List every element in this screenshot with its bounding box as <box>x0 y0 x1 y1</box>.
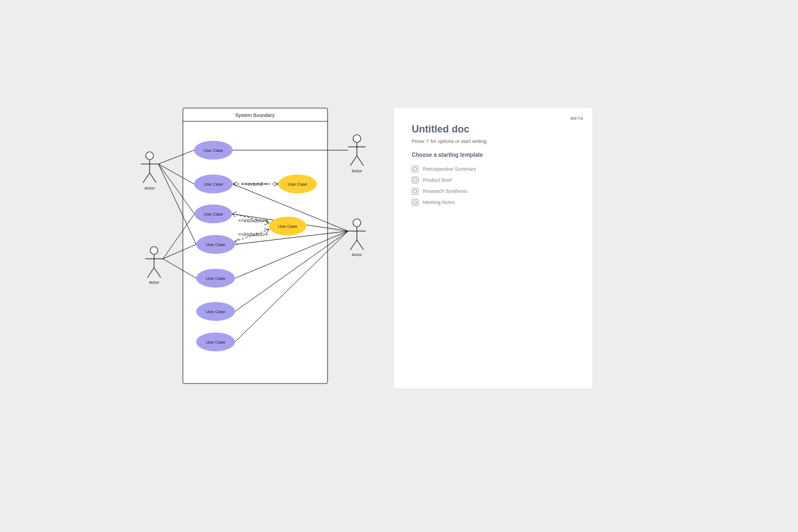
actor-4-label: Actor <box>352 252 362 257</box>
system-boundary-title: System Boundary <box>235 112 275 118</box>
svg-point-16 <box>353 219 361 227</box>
actor-4[interactable]: Actor <box>348 219 366 257</box>
svg-text:Use Case: Use Case <box>203 148 223 153</box>
doc-title[interactable]: Untitled doc <box>412 124 575 135</box>
svg-line-20 <box>357 240 364 250</box>
svg-text:Use Case: Use Case <box>206 309 226 314</box>
document-icon <box>412 166 418 172</box>
svg-line-10 <box>154 268 161 278</box>
actor-2[interactable]: Actor <box>145 247 163 285</box>
svg-line-9 <box>147 268 154 278</box>
svg-line-5 <box>150 173 156 183</box>
svg-text:Use Case: Use Case <box>206 242 226 247</box>
use-case-5[interactable]: Use Case <box>269 217 306 236</box>
relation-includes-a: <<includes>> <box>238 218 268 223</box>
svg-line-19 <box>350 240 357 250</box>
svg-text:Use Case: Use Case <box>203 182 223 187</box>
relation-includes-b: <<includes>> <box>238 232 268 237</box>
actor-2-label: Actor <box>149 280 160 285</box>
use-case-1[interactable]: Use Case <box>194 141 233 160</box>
svg-point-6 <box>150 247 158 254</box>
actor-1-label: Actor <box>145 186 155 191</box>
svg-point-1 <box>146 152 154 160</box>
doc-panel[interactable]: BETA Untitled doc Press '/' for options … <box>394 108 592 388</box>
actor-1[interactable]: Actor <box>141 152 158 191</box>
svg-text:Use Case: Use Case <box>203 212 223 217</box>
use-case-3[interactable]: Use Case <box>278 175 317 193</box>
document-icon <box>412 199 418 206</box>
svg-text:Use Case: Use Case <box>278 224 298 229</box>
use-case-9[interactable]: Use Case <box>196 332 235 351</box>
svg-text:Use Case: Use Case <box>206 276 226 281</box>
template-research-synthesis[interactable]: Research Synthesis <box>412 186 575 197</box>
svg-line-15 <box>357 156 364 166</box>
svg-line-4 <box>143 173 150 183</box>
template-retrospective-summary[interactable]: Retrospective Summary <box>412 163 575 175</box>
svg-line-14 <box>350 156 357 166</box>
use-case-4[interactable]: Use Case <box>195 204 232 223</box>
templates-heading: Choose a starting template <box>412 152 575 158</box>
beta-badge: BETA <box>571 116 584 121</box>
relation-extend: <<extend>> <box>242 181 268 187</box>
document-icon <box>412 188 418 195</box>
svg-text:Use Case: Use Case <box>206 340 226 345</box>
use-case-8[interactable]: Use Case <box>196 302 235 321</box>
use-case-6[interactable]: Use Case <box>196 235 235 254</box>
actor-3[interactable]: Actor <box>348 135 366 173</box>
template-meeting-notes[interactable]: Meeting Notes <box>412 197 575 208</box>
document-icon <box>412 177 418 183</box>
doc-subtitle: Press '/' for options or start writing <box>412 139 575 144</box>
use-case-2[interactable]: Use Case <box>194 175 233 193</box>
svg-text:Use Case: Use Case <box>288 182 308 187</box>
svg-point-11 <box>353 135 361 142</box>
template-product-brief[interactable]: Product Brief <box>412 175 575 186</box>
actor-3-label: Actor <box>352 168 362 173</box>
use-case-7[interactable]: Use Case <box>196 269 235 288</box>
